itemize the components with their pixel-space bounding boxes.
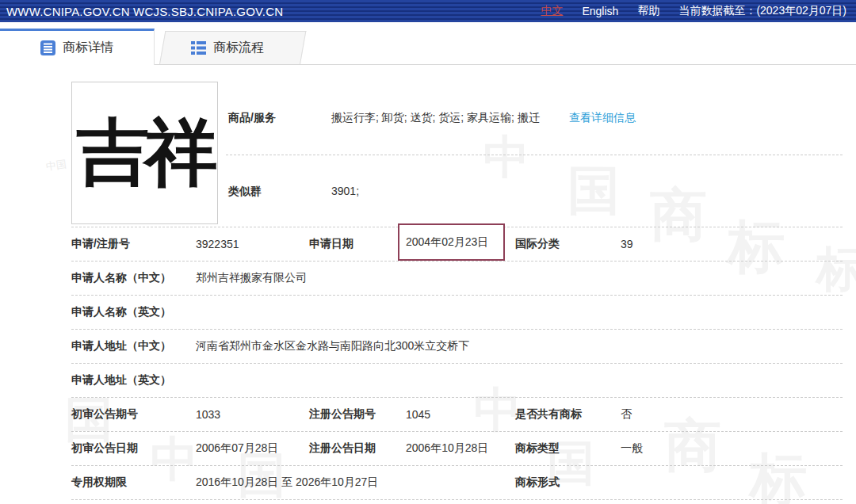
international-class-value: 39 [621,227,633,261]
trademark-summary-block: 吉祥 商品/服务 搬运行李; 卸货; 送货; 货运; 家具运输; 搬迁 查看详细… [71,82,843,227]
application-number-label: 申请/注册号 [71,227,130,261]
application-date-value: 2004年02月23日 [406,235,488,250]
similar-group-label: 类似群 [228,185,262,199]
registration-gazette-no-label: 注册公告期号 [309,398,376,431]
tab-trademark-process[interactable]: 商标流程 [155,31,300,64]
applicant-name-cn-label: 申请人名称（中文） [71,262,171,295]
trademark-detail-panel: 吉祥 商品/服务 搬运行李; 卸货; 送货; 货运; 家具运输; 搬迁 查看详细… [0,65,856,504]
applicant-address-cn-value: 河南省郑州市金水区金水路与南阳路向北300米立交桥下 [196,330,469,363]
goods-services-label: 商品/服务 [228,111,276,125]
exclusive-right-term-label: 专用权期限 [71,466,127,499]
goods-services-value: 搬运行李; 卸货; 送货; 货运; 家具运输; 搬迁 [331,111,540,125]
application-date-highlight-box: 2004年02月23日 [398,223,505,261]
lang-chinese-link[interactable]: 中文 [541,4,563,18]
row-gazette-numbers: 初审公告期号 1033 注册公告期号 1045 是否共有商标 否 [71,398,843,432]
row-registration: 申请/注册号 3922351 申请日期 2004年02月23日 国际分类 39 [71,227,843,262]
exclusive-right-term-value: 2016年10月28日 至 2026年10月27日 [196,466,378,499]
site-domains: WWW.CNIPA.GOV.CN WCJS.SBJ.CNIPA.GOV.CN [6,5,283,18]
divider [226,155,843,155]
preliminary-gazette-date-label: 初审公告日期 [71,432,138,465]
row-applicant-address-en: 申请人地址（英文） [71,364,843,398]
preliminary-gazette-no-value: 1033 [196,398,220,431]
document-lines-icon [40,40,55,55]
trademark-form-label: 商标形式 [515,466,560,499]
registration-gazette-date-value: 2006年10月28日 [406,432,488,465]
international-class-label: 国际分类 [515,227,560,261]
preliminary-gazette-date-value: 2006年07月28日 [196,432,278,465]
tab-process-label: 商标流程 [213,40,264,56]
field-rows: 申请/注册号 3922351 申请日期 2004年02月23日 国际分类 39 … [71,227,843,500]
row-exclusive-right-term: 专用权期限 2016年10月28日 至 2026年10月27日 商标形式 [71,466,843,500]
application-number-value: 3922351 [196,227,239,261]
trademark-type-label: 商标类型 [515,432,560,465]
row-applicant-address-cn: 申请人地址（中文） 河南省郑州市金水区金水路与南阳路向北300米立交桥下 [71,330,843,364]
row-applicant-name-cn: 申请人名称（中文） 郑州吉祥搬家有限公司 [71,262,843,296]
lang-english-link[interactable]: English [582,5,618,17]
help-link[interactable]: 帮助 [637,4,659,18]
topbar-links: 中文 English 帮助 当前数据截至：(2023年02月07日) [541,4,846,18]
tab-trademark-details[interactable]: 商标详情 [0,29,155,65]
registration-gazette-no-value: 1045 [406,398,430,431]
row-gazette-dates: 初审公告日期 2006年07月28日 注册公告日期 2006年10月28日 商标… [71,432,843,466]
shared-trademark-label: 是否共有商标 [515,398,582,431]
applicant-name-en-label: 申请人名称（英文） [71,296,171,329]
registration-gazette-date-label: 注册公告日期 [309,432,376,465]
application-date-label: 申请日期 [309,227,353,261]
applicant-address-cn-label: 申请人地址（中文） [71,330,171,363]
applicant-address-en-label: 申请人地址（英文） [71,364,171,397]
row-applicant-name-en: 申请人名称（英文） [71,296,843,330]
preliminary-gazette-no-label: 初审公告期号 [71,398,138,431]
data-cutoff-date: 当前数据截至：(2023年02月07日) [678,4,846,18]
trademark-image-text: 吉祥 [77,104,213,202]
list-grid-icon [191,41,206,55]
applicant-name-cn-value: 郑州吉祥搬家有限公司 [196,262,307,295]
similar-group-value: 3901; [331,185,359,197]
shared-trademark-value: 否 [621,398,632,431]
tab-bar: 商标详情 商标流程 [0,29,856,65]
trademark-type-value: 一般 [621,432,643,465]
trademark-image: 吉祥 [71,82,218,224]
top-bar: WWW.CNIPA.GOV.CN WCJS.SBJ.CNIPA.GOV.CN 中… [0,0,856,22]
tab-details-label: 商标详情 [63,40,113,56]
view-details-link[interactable]: 查看详细信息 [569,111,636,125]
